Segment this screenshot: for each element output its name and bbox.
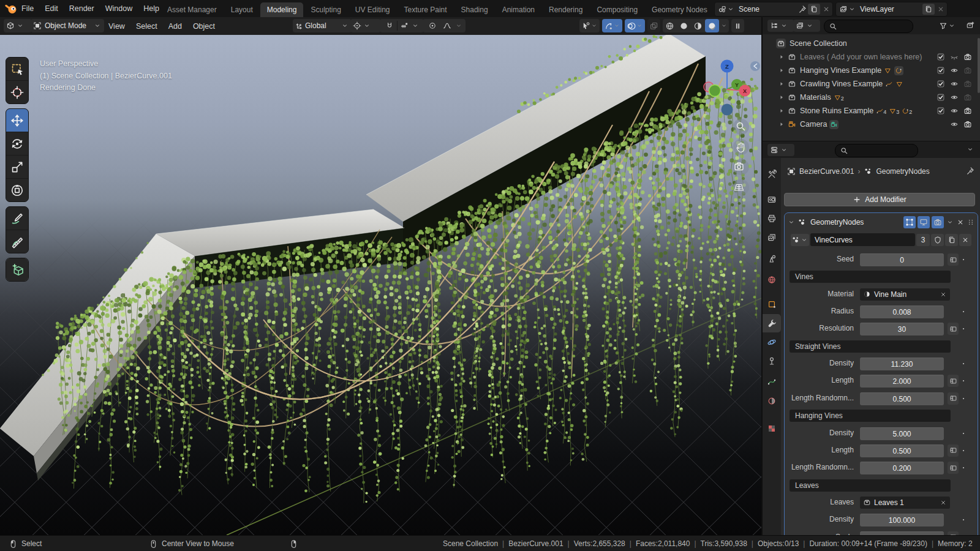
breadcrumb-modifier[interactable]: GeometryNodes (876, 167, 929, 176)
properties-tab-scene[interactable] (763, 250, 781, 268)
tab-layout[interactable]: Layout (224, 2, 260, 17)
outliner-item-label[interactable]: Crawling Vines Example (800, 80, 883, 88)
viewport-menu-select[interactable]: Select (130, 22, 163, 31)
tool-scale[interactable] (6, 155, 28, 178)
render-toggle[interactable] (932, 216, 944, 228)
properties-tab-modifiers[interactable] (763, 314, 781, 332)
outliner-filter-button[interactable] (939, 20, 956, 32)
disclosure-icon[interactable] (778, 94, 785, 101)
input-attribute-toggle[interactable] (948, 323, 959, 335)
modifier-name[interactable]: GeometryNodes (808, 218, 902, 227)
pivot-dropdown[interactable] (350, 19, 381, 32)
close-icon[interactable] (956, 218, 965, 227)
tool-rotate[interactable] (6, 132, 28, 155)
outliner-item-label[interactable]: Scene Collection (790, 39, 847, 48)
animate-decorator[interactable] (961, 323, 966, 335)
section-header-leaves[interactable]: Leaves (790, 479, 951, 492)
properties-tab-object-data[interactable] (763, 373, 781, 391)
disable-in-renders-toggle[interactable] (963, 80, 972, 90)
tab-compositing[interactable]: Compositing (590, 2, 644, 17)
viewport-menu-object[interactable]: Object (187, 22, 221, 31)
node-group-browse-button[interactable] (791, 234, 809, 246)
tab-animation[interactable]: Animation (496, 2, 541, 17)
tool-add-cube[interactable] (6, 258, 28, 281)
3d-viewport[interactable]: ZYX User Perspective (1) Scene Collectio… (0, 35, 761, 535)
properties-tab-tool[interactable] (763, 165, 781, 184)
viewport-menu-add[interactable]: Add (163, 22, 187, 31)
menu-file[interactable]: File (16, 4, 39, 13)
properties-tab-constraints[interactable] (763, 352, 781, 370)
viewlayer-name[interactable]: ViewLayer (860, 5, 921, 13)
input-attribute-toggle[interactable] (948, 462, 959, 474)
outliner-item-label[interactable]: Leaves ( Add your own leaves here) (800, 53, 922, 61)
tool-annotate[interactable] (6, 207, 28, 230)
disclosure-icon[interactable] (778, 80, 785, 88)
input-attribute-toggle[interactable] (948, 253, 959, 266)
value-field-resolution[interactable]: 30 (860, 323, 944, 335)
viewlayer-remove-button[interactable] (937, 5, 945, 13)
input-attribute-toggle[interactable] (948, 392, 959, 405)
disable-in-renders-toggle[interactable] (963, 93, 972, 103)
viewlayer-copy-button[interactable] (922, 4, 935, 15)
tab-asset-manager[interactable]: Asset Manager (160, 2, 224, 17)
orientation-dropdown[interactable]: Global (293, 19, 352, 32)
value-field-density[interactable]: 11.230 (860, 358, 944, 370)
value-field-seed[interactable]: 0 (860, 253, 944, 266)
exclude-checkbox[interactable] (937, 53, 945, 63)
shading-wireframe-button[interactable] (663, 19, 677, 32)
outliner-display-mode-button[interactable] (793, 20, 820, 32)
overlays-toggle[interactable] (625, 19, 645, 32)
node-group-name-field[interactable]: VineCurves (810, 233, 915, 246)
tool-move[interactable] (6, 109, 28, 132)
disable-in-renders-toggle[interactable] (963, 107, 972, 117)
properties-tab-texture[interactable] (763, 419, 781, 438)
section-header-straight-vines[interactable]: Straight Vines (790, 340, 951, 353)
tab-rendering[interactable]: Rendering (542, 2, 589, 17)
mode-dropdown[interactable]: Object Mode (31, 19, 104, 32)
animate-decorator[interactable] (961, 514, 966, 526)
disable-in-renders-toggle[interactable] (963, 53, 972, 63)
asset-field-leaves[interactable]: Leaves 1 (860, 497, 950, 509)
hide-in-viewport-toggle[interactable] (950, 53, 959, 63)
scene-name[interactable]: Scene (739, 5, 798, 13)
properties-options-chevron-icon[interactable] (966, 145, 974, 154)
disclosure-icon[interactable] (778, 107, 785, 114)
animate-decorator[interactable] (961, 305, 966, 318)
input-attribute-toggle[interactable] (948, 375, 959, 387)
magnet-icon[interactable] (382, 21, 397, 30)
properties-tab-output[interactable] (763, 209, 781, 228)
properties-editor-type-button[interactable] (767, 144, 794, 156)
input-attribute-toggle[interactable] (948, 444, 959, 457)
exclude-checkbox[interactable] (937, 80, 945, 90)
exclude-checkbox[interactable] (937, 93, 945, 103)
exclude-checkbox[interactable] (937, 66, 945, 77)
chevron-down-icon[interactable] (411, 21, 420, 30)
users-count-button[interactable]: 3 (916, 234, 930, 246)
tab-uv-editing[interactable]: UV Editing (349, 2, 397, 17)
proportional-edit-icon[interactable] (425, 21, 440, 30)
viewport-menu-view[interactable]: View (103, 22, 130, 31)
scene-selector[interactable]: Scene (714, 2, 833, 17)
unlink-node-group-button[interactable] (959, 234, 971, 246)
menu-render[interactable]: Render (64, 4, 100, 13)
tab-sculpting[interactable]: Sculpting (304, 2, 347, 17)
tool-cursor[interactable] (6, 80, 28, 103)
hide-in-viewport-toggle[interactable] (950, 93, 959, 103)
shading-rendered-button[interactable] (705, 19, 719, 32)
value-field-length-randomn-[interactable]: 0.200 (860, 462, 944, 474)
value-field-length[interactable]: 0.500 (860, 444, 944, 457)
tool-select-box[interactable] (6, 58, 28, 80)
realtime-toggle[interactable] (918, 216, 930, 228)
blender-logo-icon[interactable] (5, 2, 17, 15)
add-modifier-button[interactable]: Add Modifier (784, 193, 975, 206)
editor-type-button[interactable] (4, 19, 32, 32)
pin-icon[interactable] (798, 5, 807, 13)
menu-window[interactable]: Window (100, 4, 138, 13)
disclosure-icon[interactable] (778, 53, 785, 61)
shading-material-button[interactable] (691, 19, 705, 32)
edit-mode-toggle[interactable] (903, 216, 916, 228)
animate-decorator[interactable] (961, 358, 966, 370)
asset-field-material[interactable]: Vine Main (860, 288, 950, 301)
hide-in-viewport-toggle[interactable] (950, 120, 959, 130)
tab-geometry-nodes[interactable]: Geometry Nodes (645, 2, 710, 17)
